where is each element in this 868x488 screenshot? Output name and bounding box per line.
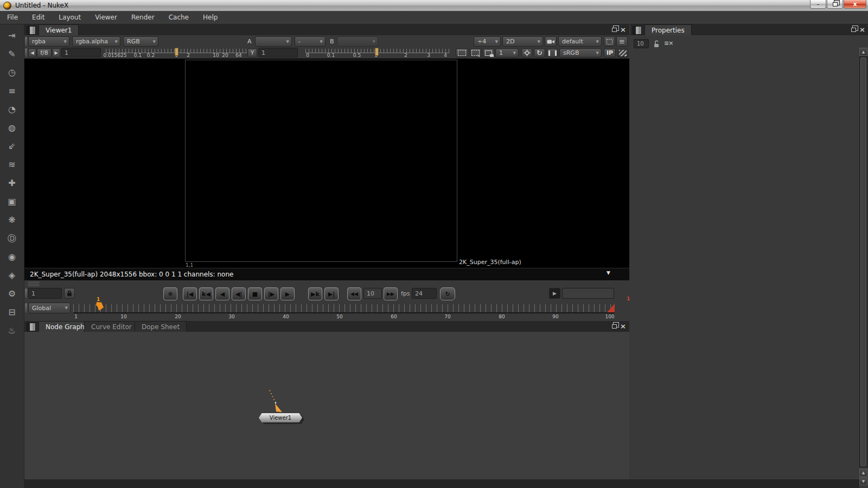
- viewer-canvas[interactable]: 1,1 2K_Super_35(full-ap): [24, 59, 629, 268]
- monitor-output-button[interactable]: [483, 48, 494, 57]
- clear-all-panels-button[interactable]: ≡×: [664, 40, 673, 47]
- unlock-panels-button[interactable]: [653, 40, 660, 50]
- viewer-process-dropdown[interactable]: sRGB▼: [559, 48, 602, 57]
- viewer-settings-button[interactable]: ≡: [616, 36, 628, 47]
- transform-icon[interactable]: ✚: [6, 177, 18, 189]
- gain-input[interactable]: [61, 48, 101, 57]
- node-input-connector[interactable]: [263, 389, 288, 416]
- frame-range-dropdown[interactable]: Global▼: [28, 303, 71, 313]
- a-buffer-dropdown[interactable]: ▼: [255, 36, 292, 47]
- panel-selector-icon[interactable]: [27, 323, 36, 331]
- other-icon[interactable]: ⊟: [6, 306, 18, 318]
- alpha-layer-dropdown[interactable]: rgba.alpha▼: [72, 36, 120, 47]
- title-bar[interactable]: Untitled - NukeX: [0, 0, 868, 11]
- gamma-input[interactable]: [258, 48, 298, 57]
- roi-button[interactable]: [521, 48, 532, 57]
- menu-render[interactable]: Render: [124, 11, 162, 24]
- channel-icon[interactable]: ≡: [6, 85, 18, 97]
- filter-icon[interactable]: ◍: [6, 122, 18, 133]
- panel-selector-icon[interactable]: [633, 26, 642, 35]
- input-process-toggle[interactable]: IP: [604, 48, 616, 57]
- clipping-warning-button[interactable]: ↘: [470, 48, 481, 57]
- gain-prev-button[interactable]: ◀: [28, 48, 36, 57]
- menu-viewer[interactable]: Viewer: [88, 11, 124, 24]
- step-forward-button[interactable]: |▶: [264, 287, 278, 300]
- panel-grip[interactable]: [25, 288, 27, 298]
- float-panel-icon[interactable]: [612, 28, 617, 32]
- skip-back-button[interactable]: ◀◀: [347, 287, 361, 300]
- color-icon[interactable]: ◔: [6, 104, 18, 115]
- tab-curve-editor[interactable]: Curve Editor: [84, 321, 139, 332]
- close-button[interactable]: x: [844, 0, 866, 9]
- splitter-handle[interactable]: [28, 281, 40, 284]
- wipe-button[interactable]: [617, 48, 628, 57]
- lock-camera-button[interactable]: [545, 36, 557, 47]
- scroll-up-button[interactable]: ▲: [859, 48, 867, 56]
- panel-selector-icon[interactable]: [27, 26, 36, 35]
- status-dropdown-icon[interactable]: ▼: [607, 270, 610, 275]
- furnace-icon[interactable]: ♨: [6, 325, 18, 336]
- input-number-dropdown[interactable]: 1▼: [495, 48, 519, 57]
- toolsets-icon[interactable]: ⚙: [6, 288, 18, 299]
- goto-start-button[interactable]: |◀: [183, 287, 197, 300]
- panel-grip[interactable]: [25, 303, 27, 313]
- draw-icon[interactable]: ✎: [6, 48, 18, 60]
- close-panel-icon[interactable]: ×: [620, 26, 626, 34]
- fps-input[interactable]: [412, 288, 437, 299]
- minimize-button[interactable]: –: [810, 0, 826, 9]
- panel-grip[interactable]: [25, 48, 27, 57]
- next-keyframe-button[interactable]: ▶k: [308, 287, 322, 300]
- close-panel-icon[interactable]: ×: [859, 26, 865, 34]
- current-frame-input[interactable]: [28, 288, 62, 299]
- viewer-node[interactable]: Viewer1: [259, 413, 302, 422]
- gain-fstop-label[interactable]: f/8: [37, 48, 52, 57]
- merge-icon[interactable]: ≋: [6, 159, 18, 170]
- flipbook-range-input[interactable]: [562, 288, 614, 299]
- frame-increment-input[interactable]: [363, 288, 382, 299]
- views-icon[interactable]: ◉: [6, 251, 18, 262]
- freeze-button[interactable]: ❄: [163, 287, 177, 300]
- menu-file[interactable]: File: [0, 11, 25, 24]
- restore-button[interactable]: [827, 0, 843, 9]
- image-icon[interactable]: ⇥: [6, 30, 18, 41]
- stop-button[interactable]: ■: [248, 287, 262, 300]
- gamma-slider[interactable]: 0 0.1 0.5 1 2 3 4: [305, 48, 449, 58]
- menu-edit[interactable]: Edit: [25, 11, 52, 24]
- 3d-icon[interactable]: ▣: [6, 196, 18, 207]
- float-panel-icon[interactable]: [851, 28, 856, 32]
- splitter-handle[interactable]: [28, 284, 40, 286]
- menu-help[interactable]: Help: [196, 11, 225, 24]
- menu-cache[interactable]: Cache: [162, 11, 196, 24]
- scroll-up-button-bottom[interactable]: ▲: [859, 468, 867, 477]
- prev-keyframe-button[interactable]: k◀: [199, 287, 213, 300]
- scrollbar-thumb[interactable]: [860, 57, 866, 466]
- input-process-button[interactable]: [456, 48, 468, 57]
- gain-slider[interactable]: 0.015625 0.1 0.2 1 2 10 20 64: [106, 48, 247, 58]
- timeline[interactable]: 1 10 20 30 40 50 60 70 80 90 100 1 100: [73, 301, 616, 320]
- display-channels-dropdown[interactable]: RGB▼: [123, 36, 158, 47]
- update-viewer-button[interactable]: ↻: [534, 48, 545, 57]
- play-button[interactable]: ▶: [280, 287, 295, 300]
- skip-forward-button[interactable]: ▶▶: [384, 287, 398, 300]
- gain-next-button[interactable]: ▶: [52, 48, 60, 57]
- gamma-slider-handle[interactable]: [375, 48, 379, 56]
- panel-grip[interactable]: [25, 37, 27, 46]
- keyer-icon[interactable]: ⇙: [6, 140, 18, 152]
- flipbook-button[interactable]: ▶: [549, 288, 560, 299]
- metadata-icon[interactable]: ◈: [6, 269, 18, 281]
- deep-icon[interactable]: Ⓓ: [6, 233, 18, 244]
- time-icon[interactable]: ◷: [6, 67, 18, 78]
- tab-dope-sheet[interactable]: Dope Sheet: [135, 321, 187, 332]
- close-panel-icon[interactable]: ×: [620, 323, 626, 330]
- play-backward-button[interactable]: ◀: [215, 287, 229, 300]
- step-back-button[interactable]: ◀|: [232, 287, 246, 300]
- gain-slider-handle[interactable]: [175, 48, 178, 56]
- pause-viewer-button[interactable]: [547, 48, 558, 57]
- menu-layout[interactable]: Layout: [52, 11, 88, 24]
- b-buffer-dropdown[interactable]: ▼: [337, 36, 378, 47]
- goto-end-button[interactable]: ▶|: [324, 287, 339, 300]
- particles-icon[interactable]: ❋: [6, 214, 18, 226]
- ab-blend-dropdown[interactable]: -▼: [295, 36, 326, 47]
- node-graph-canvas[interactable]: Viewer1: [24, 332, 629, 479]
- scrollbar-track[interactable]: [859, 56, 867, 467]
